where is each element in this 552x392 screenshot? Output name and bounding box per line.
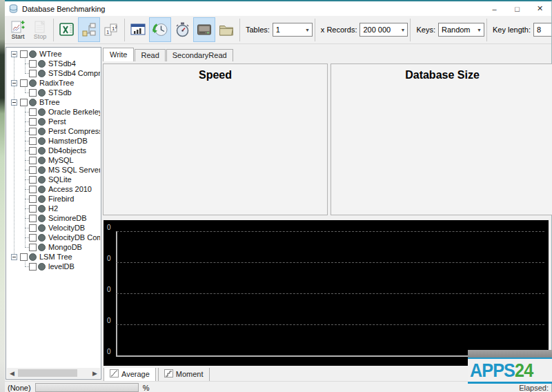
tree-item-leveldb[interactable]: levelDB	[7, 262, 100, 271]
tree-item-oracle-berkeley-db[interactable]: Oracle Berkeley DB	[7, 107, 100, 117]
series-color-dot	[38, 70, 46, 77]
tree-item-label: LSM Tree	[39, 253, 72, 261]
tab-average[interactable]: Average	[103, 368, 156, 382]
tree-item-checkbox[interactable]	[29, 89, 37, 97]
records-combobox[interactable]: 200 000▼	[359, 23, 408, 37]
series-color-dot	[38, 118, 46, 126]
series-color-dot	[38, 186, 46, 193]
tree-item-stsdb4-compressed[interactable]: STSdb4 Compressed	[7, 68, 100, 78]
tree-item-checkbox[interactable]	[29, 186, 37, 193]
key-length-combobox[interactable]: 8▼	[533, 23, 551, 37]
tree-item-checkbox[interactable]	[20, 50, 28, 58]
keys-combobox[interactable]: Random▼	[438, 23, 484, 37]
collapse-icon[interactable]	[11, 51, 17, 57]
start-button[interactable]: Start	[7, 17, 29, 42]
tree-item-label: RadixTree	[39, 79, 74, 87]
tab-read[interactable]: Read	[135, 49, 165, 61]
scroll-right-arrow-icon[interactable]: ▶	[90, 370, 100, 377]
chart-window-button[interactable]	[127, 17, 149, 42]
tree-elbow-line	[25, 184, 29, 194]
tree-item-checkbox[interactable]	[29, 157, 37, 164]
tree-item-checkbox[interactable]	[20, 99, 28, 106]
tab-moment[interactable]: Moment	[158, 368, 210, 382]
tree-item-checkbox[interactable]	[29, 60, 37, 68]
series-color-dot	[38, 234, 46, 242]
tree-item-checkbox[interactable]	[29, 166, 37, 174]
collapse-icon[interactable]	[11, 254, 17, 260]
tree-item-checkbox[interactable]	[29, 244, 37, 251]
tree-item-checkbox[interactable]	[29, 263, 37, 271]
series-color-dot	[38, 224, 46, 232]
tree-elbow-line	[25, 262, 29, 271]
maximize-button[interactable]: □	[506, 1, 529, 16]
collapse-icon[interactable]	[11, 99, 17, 106]
tree-item-checkbox[interactable]	[29, 118, 37, 126]
tree-item-ms-sql-server-com[interactable]: MS SQL Server Com	[7, 165, 100, 175]
records-group: x Records:200 000▼	[317, 23, 408, 37]
tree-item-perst[interactable]: Perst	[7, 117, 100, 126]
tree-item-checkbox[interactable]	[29, 195, 37, 203]
tree-elbow-line	[25, 117, 29, 126]
tree-item-wtree[interactable]: WTree	[7, 49, 100, 59]
scrollbar-thumb[interactable]	[18, 369, 77, 377]
collapse-icon[interactable]	[11, 80, 17, 86]
tree-item-label: SQLite	[48, 175, 72, 184]
progress-bar	[35, 383, 139, 392]
tree-item-checkbox[interactable]	[29, 234, 37, 242]
tree-item-scimoredb[interactable]: ScimoreDB	[7, 213, 100, 223]
disk-storage-button[interactable]	[193, 17, 215, 42]
tree-item-checkbox[interactable]	[29, 70, 37, 77]
tree-item-firebird[interactable]: Firebird	[7, 194, 100, 204]
tree-item-stsdb[interactable]: STSdb	[7, 88, 100, 97]
tree-item-checkbox[interactable]	[29, 147, 37, 155]
scroll-left-arrow-icon[interactable]: ◀	[7, 370, 17, 377]
tree-view-button[interactable]	[78, 17, 100, 42]
tree-item-checkbox[interactable]	[29, 128, 37, 135]
close-button[interactable]: ✕	[529, 1, 551, 16]
current-selection-label: (None)	[8, 384, 31, 392]
tab-write[interactable]: Write	[103, 48, 134, 61]
tree-item-label: Perst Compressed	[48, 127, 100, 135]
tree-item-velocitydb-compre[interactable]: VelocityDB Compre	[7, 233, 100, 242]
minimize-button[interactable]: –	[483, 1, 506, 16]
stop-button[interactable]: Stop	[29, 17, 51, 42]
screenshot-root: { "window": { "title": "Database Benchma…	[0, 0, 552, 392]
tree-horizontal-scrollbar[interactable]: ◀ ▶	[7, 368, 100, 378]
series-color-dot	[38, 157, 46, 164]
tree-item-checkbox[interactable]	[29, 215, 37, 222]
tree-item-radixtree[interactable]: RadixTree	[7, 78, 100, 88]
tree-item-checkbox[interactable]	[29, 224, 37, 232]
tables-label: Tables:	[246, 26, 270, 34]
tree-item-mysql[interactable]: MySQL	[7, 155, 100, 165]
tree-item-mongodb[interactable]: MongoDB	[7, 242, 100, 252]
tree-item-velocitydb[interactable]: VelocityDB	[7, 223, 100, 233]
tree-item-stsdb4[interactable]: STSdb4	[7, 59, 100, 68]
tree-item-checkbox[interactable]	[20, 79, 28, 87]
tree-item-btree[interactable]: BTree	[7, 97, 100, 107]
tree-elbow-line	[25, 242, 29, 252]
tree-item-checkbox[interactable]	[29, 137, 37, 145]
stopwatch-button[interactable]	[171, 17, 193, 42]
tree-item-hamsterdb[interactable]: HamsterDB	[7, 136, 100, 146]
record-numbers-button[interactable]: 112	[100, 17, 122, 42]
tree-item-checkbox[interactable]	[29, 108, 37, 116]
tree-item-perst-compressed[interactable]: Perst Compressed	[7, 126, 100, 136]
tree-item-checkbox[interactable]	[29, 205, 37, 213]
tree-elbow-line	[25, 165, 29, 175]
open-folder-button[interactable]	[215, 17, 237, 42]
export-excel-button[interactable]	[56, 17, 78, 42]
tables-combobox[interactable]: 1▼	[273, 23, 313, 37]
tree-item-checkbox[interactable]	[20, 253, 28, 261]
app-icon	[8, 3, 19, 14]
toolbar-separator	[239, 19, 240, 41]
tree-item-h2[interactable]: H2	[7, 204, 100, 213]
toolbar-separator	[124, 19, 125, 41]
tree-elbow-line	[25, 126, 29, 136]
time-refresh-button[interactable]	[149, 17, 171, 42]
tree-item-db4objects[interactable]: Db4objects	[7, 146, 100, 155]
tree-item-access-2010[interactable]: Access 2010	[7, 184, 100, 194]
tree-item-sqlite[interactable]: SQLite	[7, 175, 100, 184]
tree-item-lsm-tree[interactable]: LSM Tree	[7, 252, 100, 262]
tab-secondaryread[interactable]: SecondaryRead	[166, 49, 233, 61]
tree-item-checkbox[interactable]	[29, 176, 37, 184]
